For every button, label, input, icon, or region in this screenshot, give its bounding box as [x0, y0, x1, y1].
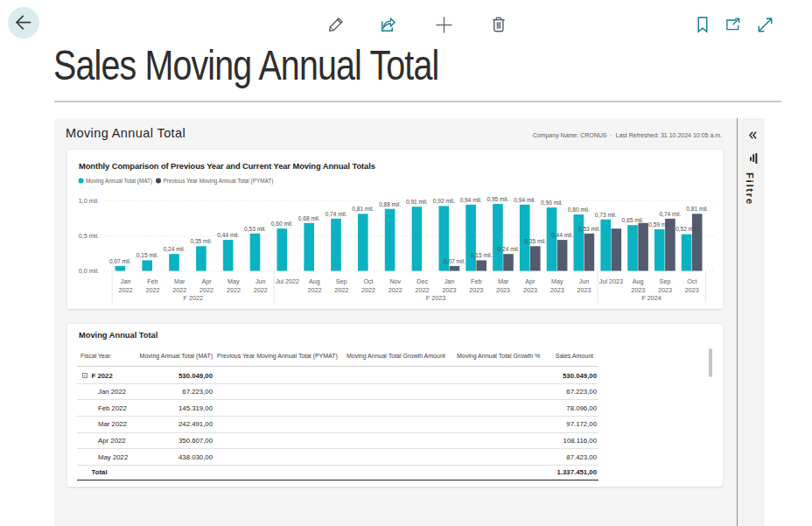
svg-text:0,68 mil.: 0,68 mil.	[298, 215, 320, 221]
svg-text:0,44 mil.: 0,44 mil.	[551, 232, 573, 238]
svg-text:Previous Year Moving Annual To: Previous Year Moving Annual Total (PYMAT…	[164, 178, 274, 185]
svg-text:2022: 2022	[307, 286, 321, 294]
svg-text:0,44 mil.: 0,44 mil.	[217, 232, 239, 238]
svg-text:2023: 2023	[523, 286, 537, 294]
svg-text:0,07 mil.: 0,07 mil.	[109, 258, 131, 264]
svg-text:0,94 mil.: 0,94 mil.	[460, 197, 482, 203]
svg-text:2023: 2023	[443, 286, 457, 294]
svg-text:Sep: Sep	[336, 277, 347, 285]
svg-text:2022: 2022	[172, 286, 186, 294]
svg-text:2022: 2022	[361, 286, 375, 294]
svg-text:2023: 2023	[685, 286, 699, 294]
svg-text:0,74 mil.: 0,74 mil.	[326, 211, 347, 217]
svg-text:0,81 mil.: 0,81 mil.	[352, 206, 374, 212]
svg-text:0,60 mil.: 0,60 mil.	[271, 221, 293, 227]
svg-text:Mar: Mar	[498, 277, 509, 285]
svg-text:0,91 mil.: 0,91 mil.	[406, 199, 428, 205]
svg-text:0,53 mil.: 0,53 mil.	[244, 226, 266, 232]
svg-text:Apr: Apr	[202, 277, 213, 285]
svg-text:0,59 mil.: 0,59 mil.	[648, 221, 670, 228]
svg-text:0,0 mil.: 0,0 mil.	[79, 267, 99, 275]
svg-text:2022: 2022	[416, 286, 430, 294]
svg-text:Jun: Jun	[579, 277, 590, 285]
svg-text:May: May	[228, 277, 240, 285]
svg-text:0,65 mil.: 0,65 mil.	[622, 217, 644, 223]
svg-text:0,35 mil.: 0,35 mil.	[190, 238, 212, 244]
svg-text:0,90 mil.: 0,90 mil.	[541, 200, 563, 206]
svg-text:0,15 mil.: 0,15 mil.	[136, 252, 158, 258]
svg-text:Oct: Oct	[363, 277, 373, 285]
svg-text:Oct: Oct	[687, 277, 696, 285]
svg-text:F 2024: F 2024	[641, 294, 661, 302]
svg-text:0,95 mil.: 0,95 mil.	[486, 196, 508, 202]
svg-text:Feb: Feb	[471, 277, 481, 285]
svg-text:2023: 2023	[578, 286, 592, 294]
svg-text:Jan: Jan	[121, 277, 131, 285]
svg-text:Jul 2023: Jul 2023	[599, 277, 623, 285]
svg-text:0,07 mil.: 0,07 mil.	[444, 258, 466, 264]
svg-text:2022: 2022	[145, 286, 159, 294]
svg-text:May: May	[551, 277, 564, 285]
svg-text:2022: 2022	[334, 286, 348, 294]
svg-text:0,80 mil.: 0,80 mil.	[568, 207, 590, 213]
svg-text:0,94 mil.: 0,94 mil.	[514, 197, 536, 203]
svg-text:Dec: Dec	[416, 277, 428, 285]
svg-text:0,81 mil.: 0,81 mil.	[686, 206, 708, 212]
svg-text:Mar: Mar	[174, 277, 186, 285]
svg-text:2023: 2023	[658, 286, 672, 294]
svg-text:0,15 mil.: 0,15 mil.	[471, 252, 493, 258]
svg-text:Jul 2022: Jul 2022	[276, 277, 299, 285]
svg-text:0,24 mil.: 0,24 mil.	[164, 246, 186, 252]
svg-text:Moving Annual Total (MAT): Moving Annual Total (MAT)	[86, 178, 152, 185]
svg-text:F 2022: F 2022	[184, 294, 203, 302]
svg-text:2022: 2022	[388, 286, 402, 294]
svg-text:2023: 2023	[496, 286, 510, 294]
svg-text:Apr: Apr	[525, 277, 536, 285]
svg-text:0,52 mil.: 0,52 mil.	[676, 226, 697, 232]
svg-text:0,35 mil.: 0,35 mil.	[524, 238, 546, 244]
svg-text:2023: 2023	[631, 286, 645, 294]
svg-text:2022: 2022	[254, 286, 268, 294]
svg-text:1,0 mil.: 1,0 mil.	[79, 197, 99, 205]
svg-text:2023: 2023	[550, 286, 564, 294]
svg-text:Jan: Jan	[444, 277, 455, 285]
svg-text:Sep: Sep	[660, 277, 671, 285]
svg-text:Aug: Aug	[309, 277, 320, 285]
svg-text:Monthly Comparison of Previous: Monthly Comparison of Previous Year and …	[79, 161, 375, 171]
svg-text:0,53 mil.: 0,53 mil.	[578, 226, 600, 232]
svg-text:Jun: Jun	[256, 277, 266, 285]
svg-text:0,73 mil.: 0,73 mil.	[595, 212, 617, 218]
svg-text:2022: 2022	[227, 286, 241, 294]
svg-text:Nov: Nov	[389, 277, 401, 285]
svg-text:0,88 mil.: 0,88 mil.	[379, 201, 401, 207]
svg-text:2023: 2023	[469, 286, 483, 294]
svg-text:Aug: Aug	[633, 277, 644, 285]
svg-text:2022: 2022	[119, 286, 133, 294]
svg-text:0,74 mil.: 0,74 mil.	[659, 211, 681, 217]
svg-text:F 2023: F 2023	[426, 294, 445, 302]
svg-text:0,24 mil.: 0,24 mil.	[498, 246, 520, 252]
svg-text:0,92 mil.: 0,92 mil.	[433, 198, 455, 204]
svg-text:2022: 2022	[200, 286, 214, 294]
svg-text:0,5 mil.: 0,5 mil.	[79, 232, 99, 240]
svg-text:Feb: Feb	[147, 277, 158, 285]
